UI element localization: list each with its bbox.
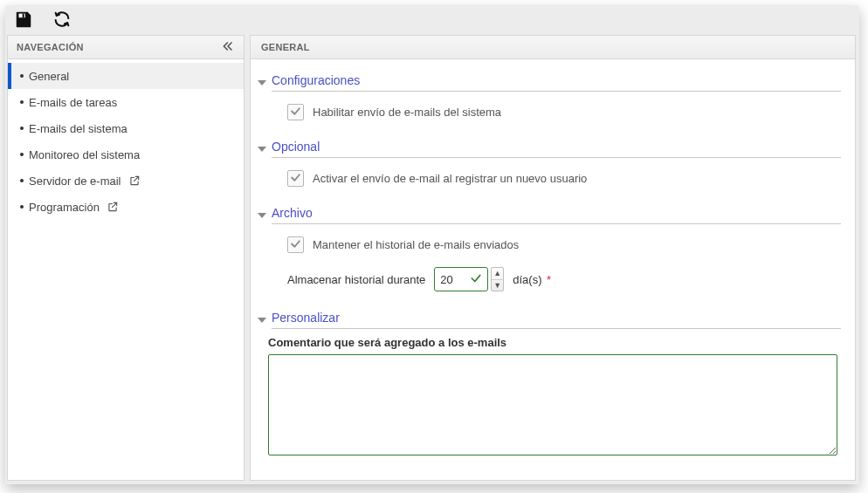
group-header[interactable]: Configuraciones <box>258 70 841 95</box>
spinner-input[interactable]: 20 <box>434 267 488 291</box>
app-shell: NAVEGACIÓN General E-mails de tareas <box>0 0 868 493</box>
group-title: Configuraciones <box>272 73 841 92</box>
main-title: GENERAL <box>261 42 310 52</box>
sidebar-item-system-monitoring[interactable]: Monitoreo del sistema <box>8 141 244 168</box>
sidebar-item-general[interactable]: General <box>8 63 244 89</box>
comment-textarea[interactable] <box>268 354 837 455</box>
sidebar: NAVEGACIÓN General E-mails de tareas <box>7 35 245 481</box>
sidebar-item-label: Programación <box>29 201 100 214</box>
sidebar-collapse-button[interactable] <box>221 39 235 55</box>
checkbox-label: Mantener el historial de e-mails enviado… <box>313 238 519 251</box>
group-body: Habilitar envío de e-mails del sistema <box>258 95 841 129</box>
group-header[interactable]: Archivo <box>258 202 841 228</box>
comment-label: Comentario que será agregado a los e-mai… <box>268 336 837 349</box>
group-body: Activar el envío de e-mail al registrar … <box>258 161 841 195</box>
svg-marker-5 <box>258 318 266 323</box>
check-icon <box>290 238 301 252</box>
sidebar-body: General E-mails de tareas E-mails del si… <box>7 59 245 481</box>
sidebar-item-email-server[interactable]: Servidor de e-mail <box>8 168 244 194</box>
group-body: Mantener el historial de e-mails enviado… <box>258 228 841 300</box>
required-star-icon: * <box>547 273 551 286</box>
group-configuraciones: Configuraciones Habilitar envío de e-mai… <box>258 70 841 129</box>
row-keep-history: Mantener el historial de e-mails enviado… <box>287 236 841 253</box>
group-archivo: Archivo Mantener el historial de e-mails… <box>258 202 841 300</box>
sidebar-item-label: General <box>29 70 69 83</box>
checkbox-label: Activar el envío de e-mail al registrar … <box>313 172 587 185</box>
valid-check-icon <box>470 272 482 287</box>
spinner-value: 20 <box>440 273 452 286</box>
main-header: GENERAL <box>250 35 856 59</box>
main-body: Configuraciones Habilitar envío de e-mai… <box>250 59 856 481</box>
sidebar-item-label: Monitoreo del sistema <box>29 148 140 161</box>
disclosure-down-icon <box>258 145 266 154</box>
group-header[interactable]: Opcional <box>258 136 841 161</box>
sidebar-item-label: E-mails del sistema <box>29 122 127 135</box>
group-opcional: Opcional Activar el envío de e-mail al r… <box>258 136 841 195</box>
check-icon <box>290 106 301 120</box>
spinner-store-days: 20 ▲ ▼ <box>434 267 504 291</box>
save-button[interactable] <box>12 9 35 31</box>
svg-marker-2 <box>258 80 266 86</box>
sidebar-title: NAVEGACIÓN <box>17 42 84 52</box>
disclosure-down-icon <box>258 79 266 87</box>
days-text: día(s) <box>513 273 541 286</box>
group-header[interactable]: Personalizar <box>258 307 841 332</box>
svg-rect-1 <box>23 13 24 17</box>
sidebar-header: NAVEGACIÓN <box>7 35 245 59</box>
spinner-arrows: ▲ ▼ <box>491 267 504 291</box>
group-title: Opcional <box>272 140 841 158</box>
sidebar-item-label: Servidor de e-mail <box>29 175 121 188</box>
check-icon <box>290 172 301 186</box>
group-body: Comentario que será agregado a los e-mai… <box>258 332 841 458</box>
window-frame: NAVEGACIÓN General E-mails de tareas <box>5 5 859 484</box>
sidebar-item-task-emails[interactable]: E-mails de tareas <box>8 89 244 115</box>
refresh-button[interactable] <box>51 9 73 31</box>
spinner-down-button[interactable]: ▼ <box>492 279 503 291</box>
external-link-icon <box>128 175 141 187</box>
row-send-on-new-user: Activar el envío de e-mail al registrar … <box>287 170 841 187</box>
main: GENERAL Configuraciones <box>250 35 856 481</box>
svg-marker-4 <box>258 213 266 218</box>
group-title: Personalizar <box>272 311 841 329</box>
sidebar-item-scheduling[interactable]: Programación <box>8 194 244 220</box>
svg-marker-3 <box>258 147 266 152</box>
checkbox-send-on-new-user[interactable] <box>287 170 304 187</box>
refresh-icon <box>52 10 72 31</box>
floppy-icon <box>14 10 33 31</box>
group-title: Archivo <box>272 206 841 224</box>
row-store-duration: Almacenar historial durante 20 ▲ ▼ <box>287 267 841 291</box>
body: NAVEGACIÓN General E-mails de tareas <box>5 35 859 484</box>
row-enable-system-emails: Habilitar envío de e-mails del sistema <box>287 104 841 120</box>
group-personalizar: Personalizar Comentario que será agregad… <box>258 307 841 458</box>
svg-rect-0 <box>19 13 25 17</box>
sidebar-item-label: E-mails de tareas <box>29 96 117 109</box>
days-label: día(s) * <box>513 273 551 286</box>
checkbox-keep-history[interactable] <box>287 236 304 253</box>
checkbox-label: Habilitar envío de e-mails del sistema <box>313 106 501 119</box>
store-for-label: Almacenar historial durante <box>287 273 425 286</box>
external-link-icon <box>107 201 119 213</box>
checkbox-enable-system-emails[interactable] <box>287 104 304 120</box>
spinner-up-button[interactable]: ▲ <box>492 268 503 279</box>
disclosure-down-icon <box>258 316 266 325</box>
chevron-double-left-icon <box>221 39 235 55</box>
sidebar-item-system-emails[interactable]: E-mails del sistema <box>8 115 244 141</box>
disclosure-down-icon <box>258 211 266 220</box>
toolbar <box>5 5 859 35</box>
